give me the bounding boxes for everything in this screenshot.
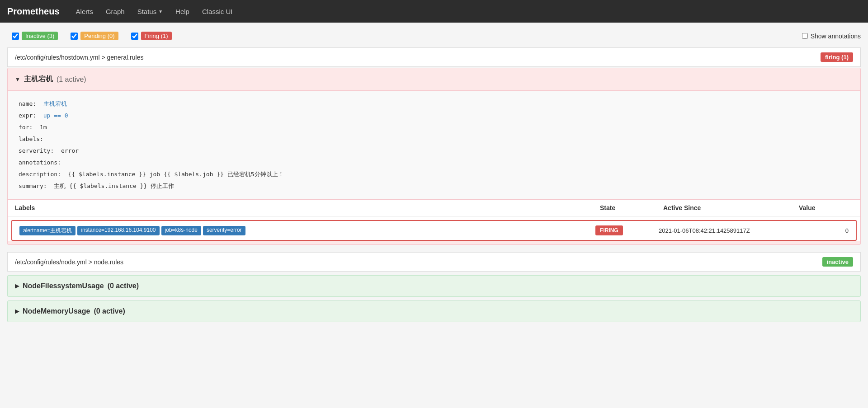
rule-expr-row: expr: up == 0: [19, 110, 849, 122]
rule-annotations-row: annotations:: [19, 157, 849, 169]
alert-group-memory: ▶ NodeMemoryUsage (0 active): [7, 300, 861, 322]
node-rules-section: ▶ NodeFilessystemUsage (0 active) ▶ Node…: [7, 275, 861, 322]
alert-group-filesystem-header[interactable]: ▶ NodeFilessystemUsage (0 active): [8, 276, 860, 296]
col-labels: Labels: [15, 204, 600, 211]
nav-menu: Alerts Graph Status ▼ Help Classic UI: [71, 5, 238, 18]
rule-group-hostdown: /etc/config/rules/hostdown.yml > general…: [7, 47, 861, 67]
pending-badge: Pending (0): [80, 32, 118, 40]
col-value: Value: [799, 204, 853, 211]
firing-checkbox[interactable]: [131, 33, 138, 40]
inactive-badge: Inactive (3): [22, 32, 58, 40]
filter-bar: Inactive (3) Pending (0) Firing (1) Show…: [7, 30, 861, 42]
col-active-since: Active Since: [663, 204, 799, 211]
show-annotations-area: Show annotations: [802, 33, 861, 40]
alert-group-firing-header[interactable]: ▼ 主机宕机 (1 active): [8, 68, 860, 90]
alert-group-filesystem-count: (0 active): [108, 282, 139, 290]
rule-labels-row: labels:: [19, 133, 849, 145]
main-content: Inactive (3) Pending (0) Firing (1) Show…: [0, 23, 868, 333]
expr-label: expr:: [19, 112, 36, 119]
alert-table-header: Labels State Active Since Value: [8, 200, 860, 216]
show-annotations-label: Show annotations: [811, 33, 861, 40]
active-since-cell: 2021-01-06T08:42:21.142589117Z: [659, 227, 794, 234]
alert-group-firing-title: 主机宕机: [24, 75, 53, 84]
for-value: 1m: [40, 124, 47, 131]
summary-value: 主机 {{ $labels.instance }} 停止工作: [54, 183, 174, 189]
chevron-down-icon: ▼: [158, 9, 163, 14]
expr-value-link[interactable]: up == 0: [43, 112, 68, 119]
rule-group-node: /etc/config/rules/node.yml > node.rules …: [7, 252, 861, 272]
rule-for-row: for: 1m: [19, 122, 849, 133]
nav-status-dropdown[interactable]: Status ▼: [132, 5, 168, 18]
alert-group-memory-count: (0 active): [94, 307, 125, 315]
label-tags: alertname=主机宕机 instance=192.168.16.104:9…: [19, 226, 595, 235]
filter-inactive[interactable]: Inactive (3): [7, 30, 62, 42]
nav-help-link[interactable]: Help: [170, 5, 195, 18]
nav-graph[interactable]: Graph: [100, 8, 130, 15]
rule-name-row: name: 主机宕机: [19, 98, 849, 110]
annotations-label: annotations:: [19, 159, 61, 166]
rule-group-node-path: /etc/config/rules/node.yml > node.rules: [15, 258, 123, 266]
for-label: for:: [19, 124, 33, 131]
brand-logo[interactable]: Prometheus: [7, 6, 60, 17]
label-tag-job[interactable]: job=k8s-node: [161, 226, 201, 235]
inactive-checkbox[interactable]: [12, 33, 19, 40]
rule-group-node-state: inactive: [822, 257, 853, 267]
name-value-link[interactable]: 主机宕机: [43, 100, 67, 107]
nav-help[interactable]: Help: [170, 8, 195, 15]
filter-left: Inactive (3) Pending (0) Firing (1): [7, 30, 176, 42]
nav-graph-link[interactable]: Graph: [100, 5, 130, 18]
alert-table: Labels State Active Since Value alertnam…: [8, 199, 860, 241]
navbar: Prometheus Alerts Graph Status ▼ Help Cl…: [0, 0, 868, 23]
nav-classic-ui-link[interactable]: Classic UI: [197, 5, 238, 18]
rule-summary-row: summary: 主机 {{ $labels.instance }} 停止工作: [19, 180, 849, 192]
rule-group-hostdown-state: firing (1): [821, 52, 853, 62]
table-row: alertname=主机宕机 instance=192.168.16.104:9…: [11, 220, 857, 241]
chevron-down-icon: ▼: [15, 76, 20, 83]
label-tag-serverity[interactable]: serverity=error: [203, 226, 245, 235]
description-value: {{ $labels.instance }} job {{ $labels.jo…: [68, 171, 284, 178]
label-tag-alertname[interactable]: alertname=主机宕机: [19, 226, 75, 235]
alert-group-filesystem: ▶ NodeFilessystemUsage (0 active): [7, 275, 861, 297]
labels-label: labels:: [19, 136, 43, 142]
firing-badge: Firing (1): [141, 32, 172, 40]
nav-alerts[interactable]: Alerts: [71, 8, 99, 15]
summary-label: summary:: [19, 183, 47, 189]
col-state: State: [600, 204, 663, 211]
nav-alerts-link[interactable]: Alerts: [71, 5, 99, 18]
rule-details: name: 主机宕机 expr: up == 0 for: 1m labels:…: [8, 90, 860, 199]
name-label: name:: [19, 100, 36, 107]
alert-group-filesystem-title: NodeFilessystemUsage: [23, 282, 104, 290]
alert-group-memory-title: NodeMemoryUsage: [23, 307, 90, 315]
rule-serverity-row: serverity: error: [19, 145, 849, 157]
serverity-label: serverity:: [19, 147, 54, 154]
chevron-right-icon: ▶: [15, 308, 19, 314]
state-cell: FIRING: [595, 225, 659, 235]
alert-group-firing: ▼ 主机宕机 (1 active) name: 主机宕机 expr: up ==…: [7, 68, 861, 245]
nav-classic-ui[interactable]: Classic UI: [197, 8, 238, 15]
alert-group-memory-header[interactable]: ▶ NodeMemoryUsage (0 active): [8, 301, 860, 322]
show-annotations-checkbox[interactable]: [802, 33, 808, 39]
serverity-value: error: [61, 147, 79, 154]
rule-description-row: description: {{ $labels.instance }} job …: [19, 169, 849, 180]
filter-firing[interactable]: Firing (1): [127, 30, 176, 42]
alert-group-firing-count: (1 active): [57, 75, 86, 84]
value-cell: 0: [794, 227, 849, 234]
rule-group-hostdown-path: /etc/config/rules/hostdown.yml > general…: [15, 54, 143, 61]
state-firing-badge: FIRING: [595, 225, 623, 235]
label-tag-instance[interactable]: instance=192.168.16.104:9100: [77, 226, 159, 235]
chevron-right-icon: ▶: [15, 283, 19, 289]
filter-pending[interactable]: Pending (0): [66, 30, 123, 42]
description-label: description:: [19, 171, 61, 178]
pending-checkbox[interactable]: [71, 33, 78, 40]
